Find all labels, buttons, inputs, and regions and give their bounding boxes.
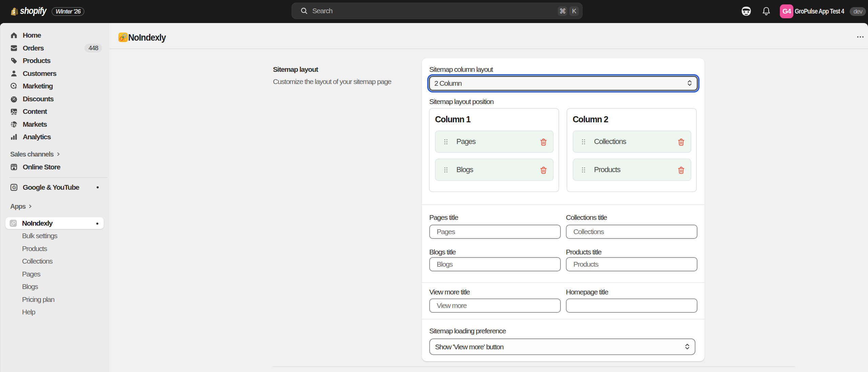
svg-text:$: $ bbox=[15, 123, 17, 127]
svg-text:G: G bbox=[12, 185, 16, 190]
